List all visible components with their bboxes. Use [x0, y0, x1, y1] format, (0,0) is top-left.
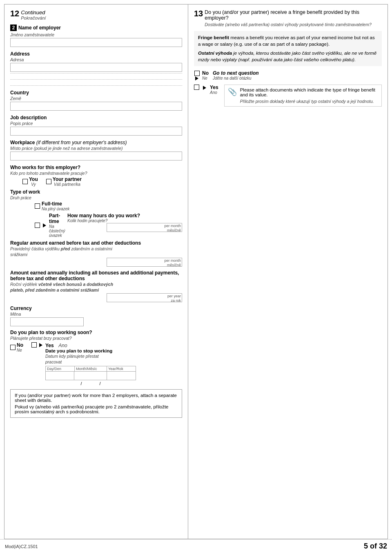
day-input[interactable]	[46, 372, 74, 380]
hours-input[interactable]	[107, 223, 182, 232]
na-plny-label: Na plný úvazek	[42, 207, 69, 211]
stop-working-label: Do you plan to stop working soon?	[10, 330, 182, 335]
year-header: Year/Rok	[107, 366, 136, 372]
month-input[interactable]	[74, 372, 107, 380]
name-of-employer-input[interactable]	[10, 38, 182, 47]
how-many-label: How many hours do you work?	[67, 213, 182, 219]
regular-amount-input[interactable]	[107, 258, 182, 267]
date-grid: Day/Den Month/Měsíc Year/Rok	[45, 366, 136, 380]
parttime-left: Part-time Na částečný úvazek	[10, 213, 67, 238]
regular-amount-group: Regular amount earned before tax and oth…	[10, 240, 182, 267]
no-fringe-label-group	[194, 76, 200, 80]
annually-input[interactable]	[107, 293, 182, 302]
q13-header: 13 Do you (and/or your partner) receive …	[194, 9, 382, 28]
you-checkbox-item: You Vy	[22, 176, 38, 187]
question-13-number: 13	[194, 9, 203, 18]
ano-fringe-label: Ano	[210, 90, 218, 95]
currency-input[interactable]	[10, 317, 84, 326]
no-label-group: No Ne	[17, 342, 23, 352]
yes-stop-checkbox-item	[31, 342, 44, 348]
footer-note-czech: Pokud vy (a/nebo váš partner/ka) pracuje…	[15, 404, 178, 414]
go-to-next-group: Go to next question Jděte na další otázk…	[213, 70, 259, 80]
your-partner-checkbox[interactable]	[46, 179, 51, 184]
left-panel: 12 Continued Pokračování 2 Name of emplo…	[4, 4, 188, 539]
no-fringe-label: No	[202, 70, 209, 76]
job-description-input[interactable]	[10, 127, 182, 136]
plateb-label: plateb, před zdaněním a ostatními srážka…	[10, 288, 182, 292]
year-input[interactable]	[107, 372, 136, 380]
main-content: 12 Continued Pokračování 2 Name of emplo…	[4, 4, 388, 539]
no-stop-checkbox[interactable]	[10, 345, 16, 350]
fringe-benefit-box: Fringe benefit means a benefit you recei…	[194, 31, 382, 66]
address-sublabel: Adresa	[10, 57, 182, 62]
attach-box: 📎 Please attach documents which indicate…	[224, 85, 382, 107]
regular-amount-label: Regular amount earned before tax and oth…	[10, 240, 182, 246]
address-input-1[interactable]	[10, 63, 182, 72]
you-label-group: You Vy	[29, 176, 38, 187]
workplace-sublabel: Místo práce (pokud je jinde než na adres…	[10, 146, 182, 151]
yes-fringe-checkbox-group	[194, 85, 199, 90]
job-description-sublabel: Popis práce	[10, 121, 182, 126]
please-attach-label: Please attach documents which indicate t…	[240, 87, 378, 97]
mena-label: Měna	[10, 312, 182, 317]
prilozte-label: Přiložte prosím doklady které ukazují ty…	[240, 99, 378, 104]
pokracovani-label: Pokračování	[21, 16, 46, 20]
ano-label: Ano	[58, 343, 67, 348]
yes-arrow-icon	[39, 343, 42, 347]
yes-stop-checkbox[interactable]	[31, 342, 37, 348]
ne-fringe-label: Ne	[202, 76, 209, 80]
month-header: Month/Měsíc	[74, 366, 107, 372]
address-label: Address	[10, 51, 182, 57]
name-of-employer-sublabel: Jméno zaměstnavatele	[10, 32, 182, 37]
vas-partner-label: Váš partner/ka	[54, 182, 80, 187]
workplace-group: Workplace (if different from your employ…	[10, 140, 182, 161]
jdete-label: Jděte na další otázku	[213, 76, 259, 80]
yes-fringe-arrow-icon	[203, 86, 206, 90]
who-works-sublabel: Kdo pro tohoto zaměstnavatele pracuje?	[10, 171, 182, 176]
workplace-input[interactable]	[10, 152, 182, 161]
country-label: Country	[10, 90, 182, 96]
fringe-yes-row: Yes Ano 📎 Please attach documents which …	[194, 85, 382, 107]
regular-amount-input-group: per month měsíčně	[107, 258, 182, 267]
yes-fringe-label: Yes	[210, 85, 218, 90]
footer-code: Mod(iA)CZ.1501	[5, 544, 38, 549]
no-fringe-arrow-icon	[195, 76, 198, 80]
hours-input-group: per month měsíčně	[107, 223, 182, 232]
continued-label: Continued	[21, 9, 46, 16]
date-stop-label: Date you plan to stop working	[45, 348, 136, 353]
ostatni-vyhoda-bold: Ostatní výhoda	[198, 51, 232, 56]
parttime-label-group: Part-time Na částečný úvazek	[49, 213, 67, 238]
yes-label-group: Yes Ano	[45, 342, 136, 348]
section-12-header: 12 Continued Pokračování	[10, 9, 182, 20]
druh-prace-label: Druh práce	[10, 195, 182, 200]
you-checkbox[interactable]	[22, 179, 28, 184]
currency-group: Currency Měna	[10, 305, 182, 326]
fulltime-checkbox[interactable]	[35, 203, 40, 209]
type-of-work-group: Type of work Druh práce Full-time Na pln…	[10, 189, 182, 238]
annually-group: Amount earned annually including all bon…	[10, 270, 182, 302]
your-partner-label-group: Your partner Váš partner/ka	[53, 176, 82, 187]
yes-fringe-checkbox[interactable]	[194, 85, 199, 90]
no-fringe-text-group: No Ne	[202, 70, 209, 80]
country-input[interactable]	[10, 102, 182, 111]
ne-label: Ne	[17, 348, 23, 352]
job-description-group: Job description Popis práce	[10, 115, 182, 136]
your-partner-checkbox-item: Your partner Váš partner/ka	[46, 176, 82, 187]
no-fringe-checkbox[interactable]	[194, 71, 200, 76]
page-number: 5 of 32	[364, 542, 387, 551]
srazkami-label: srážkami	[10, 252, 182, 257]
no-yes-stop-row: No Ne Yes Ano	[10, 342, 182, 386]
go-to-next-label: Go to next question	[213, 70, 259, 76]
stop-working-group: Do you plan to stop working soon? Plánuj…	[10, 330, 182, 386]
name-of-employer-label: Name of employer	[18, 25, 61, 31]
footer-note-english: If you (and/or your partner) work for mo…	[15, 393, 178, 403]
yes-stop-content: Yes Ano Date you plan to stop working Da…	[45, 342, 136, 386]
q12-titles: Continued Pokračování	[21, 9, 46, 20]
q13-text: Do you (and/or your partner) receive a f…	[205, 9, 382, 21]
no-yes-fringe: No Ne Go to next question Jděte na další…	[194, 70, 382, 107]
type-of-work-label: Type of work	[10, 189, 182, 195]
field-header-row: 2 Name of employer	[10, 25, 182, 31]
parttime-checkbox[interactable]	[35, 223, 40, 228]
kolik-hodin-label: Kolik hodin pracujete?	[67, 219, 182, 223]
datum-stop-label: Datum kdy plánujete přestat	[45, 354, 136, 359]
